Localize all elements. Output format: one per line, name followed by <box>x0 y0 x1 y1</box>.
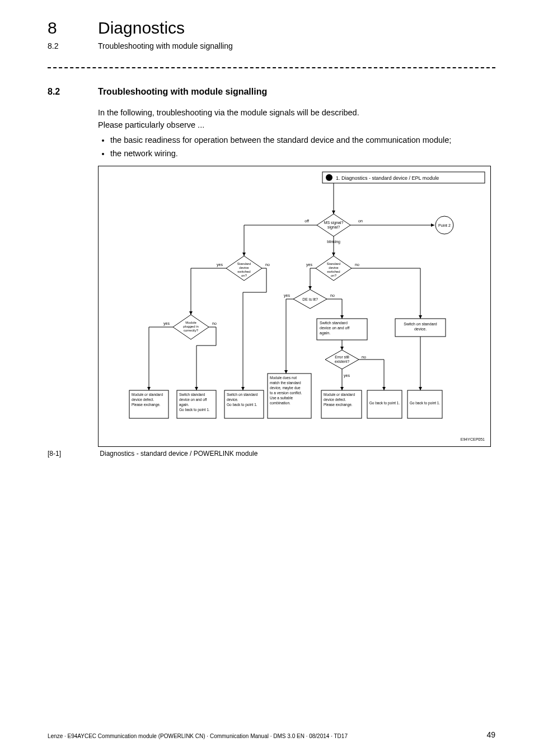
ms-on-label: on <box>358 219 363 223</box>
page-footer: Lenze · E94AYCEC Communication module (P… <box>48 733 495 739</box>
svg-text:device.: device. <box>227 398 238 402</box>
svg-text:device: device <box>329 266 339 269</box>
svg-text:Switch standard: Switch standard <box>179 393 205 396</box>
header-divider <box>48 67 495 68</box>
flowchart-frame: 1. Diagnostics - standard device / EPL m… <box>98 166 491 447</box>
yes-label-2: yes <box>306 263 312 267</box>
flow-image-id: E94YCEP051 <box>461 437 485 441</box>
svg-text:MS signal?: MS signal? <box>324 221 344 225</box>
svg-text:switched: switched <box>327 270 340 273</box>
svg-text:Please exchange.: Please exchange. <box>324 403 353 407</box>
section-title-header: Troubleshooting with module signalling <box>98 41 233 50</box>
svg-text:Module does not: Module does not <box>270 376 297 380</box>
svg-text:match the standard: match the standard <box>270 381 301 385</box>
intro-line-2: Please particularly observe ... <box>98 119 490 131</box>
figure-text: Diagnostics - standard device / POWERLIN… <box>100 450 257 458</box>
svg-text:on?: on? <box>241 274 247 277</box>
svg-text:signal?: signal? <box>327 225 340 230</box>
no-label-3: no <box>330 293 335 297</box>
svg-text:correctly?: correctly? <box>184 329 199 332</box>
svg-text:Standard: Standard <box>237 262 251 265</box>
svg-text:again.: again. <box>320 331 330 335</box>
no-label-4: no <box>362 355 366 359</box>
svg-text:Go back to point 1.: Go back to point 1. <box>179 408 210 412</box>
svg-text:Standard: Standard <box>327 262 340 265</box>
svg-text:device on and off: device on and off <box>320 326 349 330</box>
svg-text:Module: Module <box>185 321 196 324</box>
svg-text:Switch on standard: Switch on standard <box>404 322 437 326</box>
section-title: Troubleshooting with module signalling <box>98 87 267 97</box>
svg-text:device: device <box>239 266 249 269</box>
svg-text:plugged in: plugged in <box>183 325 199 328</box>
svg-text:switched: switched <box>237 270 250 273</box>
yes-label-4: yes <box>344 374 350 378</box>
chapter-title: Diagnostics <box>98 18 185 38</box>
yes-label-5: yes <box>163 321 170 326</box>
no-label-5: no <box>212 321 217 325</box>
ms-signal-label: MS signal? <box>324 221 344 225</box>
chapter-number: 8 <box>48 18 57 38</box>
svg-text:combination.: combination. <box>270 401 291 405</box>
footer-text: Lenze · E94AYCEC Communication module (P… <box>48 733 348 739</box>
section-number-header: 8.2 <box>48 41 58 50</box>
section-body: In the following, troubleshooting via th… <box>98 106 490 161</box>
bullet-readiness: the basic readiness for operation betwee… <box>110 134 490 146</box>
figure-caption: [8-1] Diagnostics - standard device / PO… <box>48 450 257 458</box>
no-label-2: no <box>355 263 359 267</box>
svg-text:to a version conflict.: to a version conflict. <box>270 391 302 395</box>
svg-text:again.: again. <box>179 403 189 407</box>
svg-text:Switch on standard: Switch on standard <box>227 393 258 396</box>
bullet-wiring: the network wiring. <box>110 147 490 160</box>
point2-label: Point 2 <box>438 223 451 227</box>
de-lit-label: DE is lit? <box>302 297 318 301</box>
svg-text:Error still: Error still <box>335 355 349 359</box>
ms-off-label: off <box>305 219 309 223</box>
svg-text:device, maybe due: device, maybe due <box>270 386 301 390</box>
section-number: 8.2 <box>48 87 60 97</box>
yes-label-3: yes <box>284 293 290 298</box>
page-number: 49 <box>486 730 495 739</box>
svg-text:Module or standard: Module or standard <box>324 393 355 396</box>
svg-text:Use a suitable: Use a suitable <box>270 396 293 400</box>
no-label: no <box>265 263 270 267</box>
svg-text:device defect.: device defect. <box>132 398 154 402</box>
svg-text:on?: on? <box>331 274 337 277</box>
svg-text:Switch standard: Switch standard <box>320 321 348 325</box>
svg-text:Go back to point 1.: Go back to point 1. <box>369 401 400 405</box>
svg-text:device defect.: device defect. <box>324 398 346 402</box>
svg-text:existent?: existent? <box>335 360 349 363</box>
flow-title: 1. Diagnostics - standard device / EPL m… <box>336 175 439 181</box>
flowchart-svg: 1. Diagnostics - standard device / EPL m… <box>99 166 490 446</box>
svg-text:Please exchange.: Please exchange. <box>132 403 161 407</box>
figure-number: [8-1] <box>48 450 98 458</box>
yes-label: yes <box>217 263 223 267</box>
svg-text:device on and off: device on and off <box>179 398 207 402</box>
svg-text:device.: device. <box>414 327 427 331</box>
intro-line-1: In the following, troubleshooting via th… <box>98 106 490 119</box>
svg-text:Go back to point 1.: Go back to point 1. <box>227 403 257 407</box>
svg-text:Module or standard: Module or standard <box>132 393 163 396</box>
svg-point-1 <box>326 174 332 181</box>
svg-text:Go back to point 1.: Go back to point 1. <box>410 401 441 405</box>
